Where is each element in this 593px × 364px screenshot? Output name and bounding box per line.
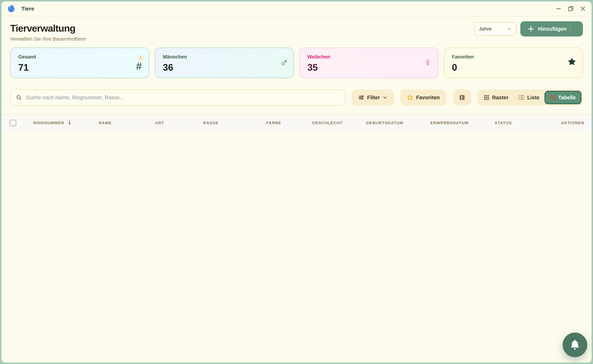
column-header-farbe[interactable]: Farbe: [266, 121, 312, 125]
chevron-down-icon: [507, 26, 512, 31]
app-window: Tiere Tierverwaltung Verwalten Sie Ihre …: [0, 0, 593, 364]
select-all-checkbox[interactable]: [10, 120, 16, 126]
stat-card-weibchen: Weibchen 35 ♀: [299, 47, 438, 78]
add-dropdown-chevron-icon[interactable]: [574, 26, 579, 31]
grid-icon: [484, 95, 489, 100]
stat-label: Gesamt: [18, 54, 141, 60]
stat-value: 71: [18, 62, 141, 73]
app-logo-bird-icon: [7, 4, 16, 13]
column-header-erwerbsdatum[interactable]: Erwerbsdatum: [430, 121, 495, 125]
column-header-name[interactable]: Name: [99, 121, 155, 125]
search-input[interactable]: [25, 94, 340, 101]
stat-value: 35: [307, 62, 430, 73]
column-header-ringnummer[interactable]: Ringnummer↓: [33, 120, 99, 126]
window-title: Tiere: [21, 6, 34, 12]
filter-sliders-icon: [358, 95, 364, 100]
add-button[interactable]: Hinzufügen: [520, 21, 583, 37]
notifications-fab[interactable]: [563, 333, 587, 357]
stat-value: 0: [452, 62, 575, 73]
favorites-label: Favoriten: [416, 95, 440, 101]
stat-cards: Gesamt 71 ? # Männchen 36 ♂ Weibchen 35 …: [10, 47, 583, 78]
table-icon: [550, 95, 556, 100]
star-icon: [567, 57, 577, 68]
column-header-status[interactable]: Status: [495, 121, 543, 125]
close-button[interactable]: [580, 6, 585, 11]
stat-card-favoriten: Favoriten 0: [444, 47, 583, 78]
toolbar: Filter Favoriten Raster Liste Tabelle: [10, 89, 583, 106]
search-box: [10, 89, 346, 106]
chevron-down-icon: [383, 95, 387, 100]
column-header-art[interactable]: Art: [155, 121, 203, 125]
table-header: Ringnummer↓ Name Art Rasse Farbe Geschle…: [1, 114, 592, 131]
year-filter-select[interactable]: Jahre: [474, 22, 516, 36]
view-table-button[interactable]: Tabelle: [545, 91, 581, 104]
sort-desc-icon: ↓: [67, 119, 72, 126]
view-grid-button[interactable]: Raster: [479, 91, 513, 104]
stat-card-gesamt: Gesamt 71 ? #: [10, 47, 149, 78]
male-icon: ♂: [280, 56, 288, 69]
animals-table: Ringnummer↓ Name Art Rasse Farbe Geschle…: [1, 114, 592, 131]
plus-icon: [528, 26, 534, 32]
view-table-label: Tabelle: [558, 95, 576, 101]
stat-label: Favoriten: [452, 54, 575, 60]
hash-icon: #: [136, 60, 142, 72]
columns-button[interactable]: [453, 89, 471, 106]
column-header-geburtsdatum[interactable]: Geburtsdatum: [366, 121, 430, 125]
search-icon: [16, 95, 22, 100]
titlebar: Tiere: [1, 1, 592, 16]
year-filter-value: Jahre: [479, 26, 492, 32]
female-icon: ♀: [423, 56, 432, 69]
stat-label: Weibchen: [307, 54, 430, 60]
filter-label: Filter: [367, 95, 380, 101]
column-header-aktionen: Aktionen: [543, 121, 592, 125]
maximize-button[interactable]: [568, 6, 573, 11]
stat-label: Männchen: [163, 54, 286, 60]
column-header-geschlecht[interactable]: Geschlecht: [312, 121, 366, 125]
page-header: Tierverwaltung Verwalten Sie Ihre Bauern…: [1, 16, 592, 42]
filter-button[interactable]: Filter: [352, 89, 394, 106]
add-button-label: Hinzufügen: [538, 26, 566, 32]
stat-value: 36: [163, 62, 286, 73]
view-grid-label: Raster: [492, 95, 508, 101]
list-icon: [519, 95, 524, 100]
favorites-filter-button[interactable]: Favoriten: [400, 89, 446, 106]
view-switcher: Raster Liste Tabelle: [477, 89, 583, 106]
page-subtitle: Verwalten Sie Ihre Bauernhoftiere: [10, 36, 583, 42]
view-list-button[interactable]: Liste: [513, 91, 545, 104]
bell-icon: [569, 339, 581, 351]
stat-card-maennchen: Männchen 36 ♂: [155, 47, 294, 78]
view-list-label: Liste: [527, 95, 539, 101]
minimize-button[interactable]: [556, 6, 561, 11]
star-outline-icon: [407, 94, 413, 101]
columns-icon: [459, 94, 465, 101]
column-header-rasse[interactable]: Rasse: [203, 121, 266, 125]
